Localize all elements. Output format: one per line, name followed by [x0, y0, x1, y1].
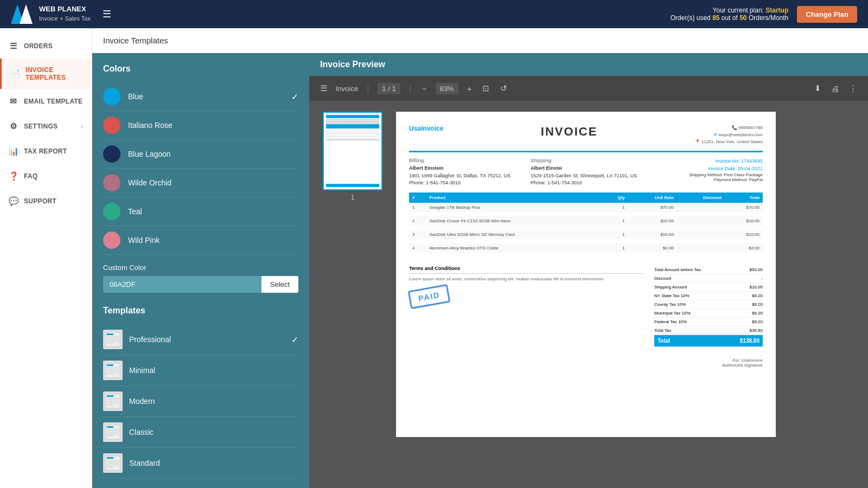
svg-rect-31: [107, 457, 113, 459]
pdf-thumbnail[interactable]: 1: [320, 112, 385, 201]
template-check-icon: ✓: [291, 335, 298, 345]
svg-rect-3: [107, 333, 113, 335]
right-panel: Invoice Preview ☰ Invoice | 1 / 1 | − 83…: [309, 53, 868, 488]
more-options-button[interactable]: ⋮: [847, 81, 859, 95]
template-item-standard[interactable]: Standard: [103, 448, 298, 479]
sidebar-item-invoice-templates[interactable]: 📄 INVOICE TEMPLATES: [0, 59, 92, 89]
table-row: 2 SanDisk Cruzer Fit CZ33 32GB Mini Nano…: [409, 216, 763, 226]
zoom-level: 83%: [436, 83, 458, 94]
sidebar-label-faq: FAQ: [24, 172, 38, 180]
inv-billing-col: Billing Albert Einstein 1901-1999 Gallag…: [409, 158, 520, 187]
download-button[interactable]: ⬇: [812, 81, 824, 95]
sidebar-label-orders: ORDERS: [24, 42, 53, 50]
sidebar: ☰ ORDERS 📄 INVOICE TEMPLATES ✉ EMAIL TEM…: [0, 28, 92, 488]
toolbar-right: ⬇ 🖨 ⋮: [812, 81, 859, 95]
svg-rect-5: [107, 338, 119, 338]
fit-page-button[interactable]: ⊡: [480, 81, 492, 95]
hamburger-icon[interactable]: ☰: [103, 8, 111, 20]
header-right: Your current plan: Startup Order(s) used…: [671, 6, 857, 23]
total-row: Municipal Tax 10%$9.20: [654, 309, 763, 318]
sidebar-item-tax-report[interactable]: 📊 TAX REPORT: [0, 139, 92, 164]
inv-details-col: Invoice No: 17443645 Invoice Date: 26-04…: [652, 158, 763, 187]
inv-terms: Terms and Conditions Lorem ipsum dolor s…: [409, 266, 643, 347]
rotate-button[interactable]: ↺: [498, 81, 509, 95]
page-indicator: 1 / 1: [378, 83, 400, 94]
svg-rect-26: [107, 431, 119, 431]
template-item-modern[interactable]: Modern: [103, 386, 298, 417]
sidebar-item-email-template[interactable]: ✉ EMAIL TEMPLATE: [0, 89, 92, 114]
color-item-wilde-orchid[interactable]: Wilde Orchid: [103, 169, 298, 197]
sidebar-item-orders[interactable]: ☰ ORDERS: [0, 34, 92, 59]
toolbar-menu-button[interactable]: ☰: [318, 81, 329, 95]
settings-icon: ⚙: [9, 121, 18, 131]
color-item-italiano-rose[interactable]: Italiano Rose: [103, 111, 298, 140]
color-swatch-blue: [103, 88, 120, 105]
svg-rect-4: [107, 336, 119, 337]
template-thumb-classic: [103, 422, 123, 442]
col-qty: Qty: [602, 192, 628, 203]
svg-rect-34: [107, 463, 119, 464]
support-icon: 💬: [9, 196, 18, 206]
inv-shipping-col: Shipping Albert Einsteі 1529-1519 Garden…: [531, 158, 641, 187]
content-area: Invoice Templates Colors Blue ✓ Italiano…: [92, 28, 868, 488]
left-panel: Colors Blue ✓ Italiano Rose Blue Lagoon …: [92, 53, 309, 488]
svg-rect-12: [107, 369, 119, 369]
svg-rect-15: [107, 374, 113, 374]
plan-info: Your current plan: Startup Order(s) used…: [671, 7, 789, 22]
svg-rect-29: [107, 435, 113, 436]
inner-layout: Colors Blue ✓ Italiano Rose Blue Lagoon …: [92, 53, 868, 488]
zoom-in-button[interactable]: +: [465, 82, 474, 95]
template-item-minimal[interactable]: Minimal: [103, 355, 298, 386]
templates-section: Templates Professional ✓: [103, 306, 298, 479]
color-swatch-wilde-orchid: [103, 174, 120, 191]
change-plan-button[interactable]: Change Plan: [797, 6, 857, 23]
template-name-professional: Professional: [129, 335, 285, 344]
svg-rect-10: [107, 364, 113, 366]
template-name-modern: Modern: [129, 397, 298, 406]
colors-list: Blue ✓ Italiano Rose Blue Lagoon Wilde O…: [103, 82, 298, 255]
total-row: Total Tax$36.80: [654, 326, 763, 335]
col-product: Product: [426, 192, 602, 203]
inv-totals: Total Amount before Tax$92.00Discount-Sh…: [654, 266, 763, 347]
color-item-wild-pink[interactable]: Wild Pink: [103, 226, 298, 255]
select-color-button[interactable]: Select: [261, 276, 298, 293]
custom-color-input[interactable]: [103, 276, 261, 293]
color-item-blue[interactable]: Blue ✓: [103, 82, 298, 111]
inv-table: # Product Qty Unit Rate Discount Total 1…: [409, 192, 763, 257]
custom-color-row: Select: [103, 276, 298, 293]
color-check-icon: ✓: [291, 92, 298, 102]
print-button[interactable]: 🖨: [829, 81, 841, 95]
template-item-classic[interactable]: Classic: [103, 417, 298, 448]
main-layout: ☰ ORDERS 📄 INVOICE TEMPLATES ✉ EMAIL TEM…: [0, 28, 868, 488]
preview-header: Invoice Preview: [309, 53, 868, 76]
svg-rect-27: [107, 432, 119, 433]
email-template-icon: ✉: [9, 97, 18, 106]
total-row: Discount-: [654, 274, 763, 283]
inv-company: UsaInvoice: [409, 125, 443, 132]
sidebar-item-support[interactable]: 💬 SUPPORT: [0, 189, 92, 214]
color-item-blue-lagoon[interactable]: Blue Lagoon: [103, 140, 298, 169]
col-total: Total: [725, 192, 763, 203]
sidebar-label-support: SUPPORT: [24, 197, 56, 205]
svg-rect-18: [107, 398, 119, 399]
color-name-teal: Teal: [128, 207, 298, 216]
custom-color-label: Custom Color: [103, 264, 298, 272]
col-discount: Discount: [677, 192, 725, 203]
zoom-out-button[interactable]: −: [420, 82, 429, 95]
sidebar-item-faq[interactable]: ❓ FAQ: [0, 164, 92, 189]
logo-sub: Invoice + Sales Tax: [39, 14, 91, 23]
svg-rect-24: [107, 426, 113, 428]
sidebar-item-settings[interactable]: ⚙ SETTINGS ›: [0, 114, 92, 139]
toolbar-invoice-label: Invoice: [336, 85, 358, 93]
template-name-minimal: Minimal: [129, 366, 298, 375]
template-name-classic: Classic: [129, 428, 298, 436]
template-thumb-professional: [103, 330, 123, 349]
svg-rect-35: [107, 465, 119, 465]
template-item-professional[interactable]: Professional ✓: [103, 324, 298, 355]
color-name-italiano-rose: Italiano Rose: [128, 121, 298, 130]
custom-color-section: Custom Color Select: [103, 264, 298, 293]
svg-rect-22: [107, 404, 113, 405]
inv-title: INVOICE: [541, 125, 597, 139]
svg-marker-1: [20, 4, 33, 24]
color-item-teal[interactable]: Teal: [103, 197, 298, 226]
